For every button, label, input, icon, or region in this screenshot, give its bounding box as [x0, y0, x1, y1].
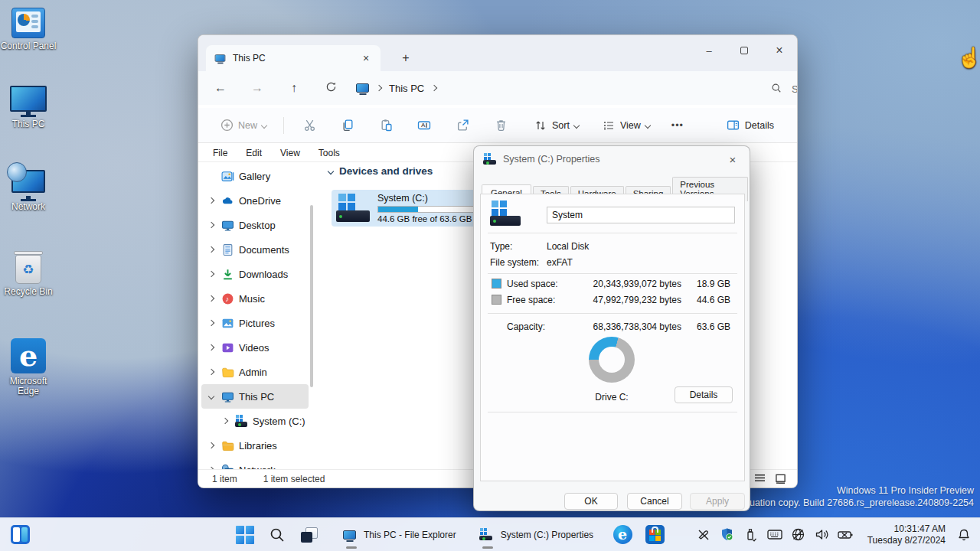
widgets-button[interactable]: [5, 520, 35, 550]
task-view-icon: [301, 527, 318, 543]
paste-button[interactable]: [373, 114, 399, 137]
chevron-right-icon[interactable]: [208, 197, 214, 204]
view-button[interactable]: View: [596, 114, 656, 137]
rename-button[interactable]: A: [411, 114, 437, 137]
cut-button[interactable]: [296, 114, 322, 137]
sidebar-item-desktop[interactable]: Desktop: [201, 213, 309, 237]
chevron-down-icon[interactable]: [208, 393, 214, 399]
chevron-down-icon: [645, 122, 651, 128]
chevron-right-icon[interactable]: [208, 369, 214, 375]
back-icon[interactable]: ←: [207, 81, 234, 95]
dialog-title: System (C:) Properties: [503, 154, 719, 165]
taskbar-app-file-explorer[interactable]: This PC - File Explorer: [335, 520, 464, 550]
desktop-icon-this-pc[interactable]: This PC: [0, 86, 57, 129]
taskbar-edge-button[interactable]: e: [607, 520, 638, 550]
details-pane-button[interactable]: Details: [720, 114, 780, 137]
notification-bell-icon[interactable]: [956, 528, 972, 542]
sidebar-item-downloads[interactable]: Downloads: [201, 262, 309, 286]
used-space-bytes: 20,343,939,072 bytes: [590, 279, 681, 289]
chevron-right-icon[interactable]: [208, 320, 214, 326]
chevron-right-icon[interactable]: [208, 271, 214, 277]
sidebar-item-gallery[interactable]: Gallery: [201, 164, 309, 188]
breadcrumb-this-pc[interactable]: This PC: [389, 83, 424, 94]
copy-button[interactable]: [335, 114, 361, 137]
sidebar-scrollbar[interactable]: [310, 205, 313, 387]
sidebar-item-pictures[interactable]: Pictures: [201, 311, 309, 335]
new-tab-button[interactable]: +: [399, 51, 413, 65]
menu-edit[interactable]: Edit: [246, 148, 262, 158]
chevron-right-icon[interactable]: [376, 85, 382, 91]
drive-tile-system-c[interactable]: System (C:) 44.6 GB free of 63.6 GB: [332, 190, 485, 227]
desktop-icon-microsoft-edge[interactable]: e Microsoft Edge: [0, 338, 57, 396]
sidebar-item-this-pc[interactable]: This PC: [201, 384, 309, 409]
chevron-right-icon[interactable]: [208, 295, 214, 302]
apply-button[interactable]: Apply: [690, 493, 745, 510]
desktop-icon-control-panel[interactable]: Control Panel: [0, 8, 57, 51]
sidebar-item-label: Desktop: [239, 220, 276, 231]
no-internet-icon[interactable]: [790, 527, 807, 542]
sidebar-item-onedrive[interactable]: OneDrive: [201, 188, 309, 213]
taskbar-app-label: This PC - File Explorer: [364, 530, 456, 540]
chevron-right-icon[interactable]: [431, 85, 437, 91]
videos-icon: [221, 341, 234, 354]
sidebar-item-music[interactable]: ♪ Music: [201, 286, 309, 311]
menu-file[interactable]: File: [213, 148, 227, 158]
delete-button[interactable]: [488, 114, 514, 137]
evaluation-watermark: Windows 11 Pro Insider Preview Evaluatio…: [731, 484, 974, 509]
onedrive-icon: [221, 194, 234, 207]
search-icon[interactable]: [771, 83, 782, 93]
dialog-close-icon[interactable]: ×: [725, 153, 740, 166]
close-button[interactable]: ×: [762, 35, 797, 66]
touch-keyboard-icon[interactable]: [766, 529, 783, 540]
chevron-right-icon[interactable]: [208, 344, 214, 350]
refresh-icon[interactable]: [318, 81, 344, 96]
forward-icon[interactable]: →: [244, 81, 270, 95]
selected-count: 1 item selected: [263, 474, 325, 484]
search-button[interactable]: [262, 520, 292, 550]
more-options-button[interactable]: •••: [665, 116, 690, 135]
minimize-button[interactable]: –: [691, 35, 727, 66]
sidebar-item-label: System (C:): [253, 416, 305, 427]
details-button[interactable]: Details: [675, 386, 733, 403]
tab-this-pc[interactable]: This PC ×: [206, 45, 381, 71]
sidebar-item-libraries[interactable]: Libraries: [201, 433, 309, 458]
sidebar-item-documents[interactable]: Documents: [201, 237, 309, 262]
cancel-button[interactable]: Cancel: [627, 493, 682, 510]
desktop-icon-network[interactable]: Network: [0, 170, 57, 212]
share-button[interactable]: [449, 114, 475, 137]
taskbar-clock[interactable]: 10:31:47 AM Tuesday 8/27/2024: [867, 523, 946, 546]
tab-close-icon[interactable]: ×: [359, 51, 373, 65]
new-button[interactable]: New: [214, 114, 273, 137]
watermark-line1: Windows 11 Pro Insider Preview: [731, 484, 974, 497]
battery-error-icon[interactable]: [838, 530, 854, 540]
maximize-button[interactable]: [727, 35, 762, 66]
volume-icon[interactable]: [814, 528, 831, 541]
details-view-icon[interactable]: [754, 474, 766, 484]
chevron-right-icon[interactable]: [222, 418, 228, 424]
desktop-icon-recycle-bin[interactable]: ♻ Recycle Bin: [0, 251, 57, 297]
search-input[interactable]: [792, 80, 798, 97]
chevron-right-icon[interactable]: [208, 442, 214, 448]
usb-device-icon[interactable]: [743, 528, 760, 542]
sidebar-item-admin[interactable]: Admin: [201, 360, 309, 384]
task-view-button[interactable]: [294, 520, 325, 550]
menu-view[interactable]: View: [280, 148, 300, 158]
large-icons-view-icon[interactable]: [775, 474, 786, 484]
pen-disabled-icon[interactable]: [695, 528, 712, 542]
menu-tools[interactable]: Tools: [318, 148, 340, 158]
sidebar-item-videos[interactable]: Videos: [201, 335, 309, 360]
taskbar-app-properties[interactable]: System (C:) Properties: [472, 520, 601, 550]
sort-button[interactable]: Sort: [528, 114, 585, 137]
volume-label-field[interactable]: [547, 207, 735, 223]
tab-strip: This PC × + – ×: [198, 35, 797, 71]
sidebar-item-system-c[interactable]: System (C:): [201, 409, 309, 433]
copy-icon: [341, 119, 354, 132]
taskbar-store-button[interactable]: [639, 520, 670, 550]
ok-button[interactable]: OK: [564, 493, 618, 510]
start-button[interactable]: [230, 520, 260, 550]
up-icon[interactable]: ↑: [281, 81, 307, 95]
chevron-right-icon[interactable]: [208, 246, 214, 253]
sidebar-item-label: Music: [239, 293, 265, 305]
chevron-right-icon[interactable]: [208, 222, 214, 228]
security-shield-icon[interactable]: [719, 527, 736, 542]
